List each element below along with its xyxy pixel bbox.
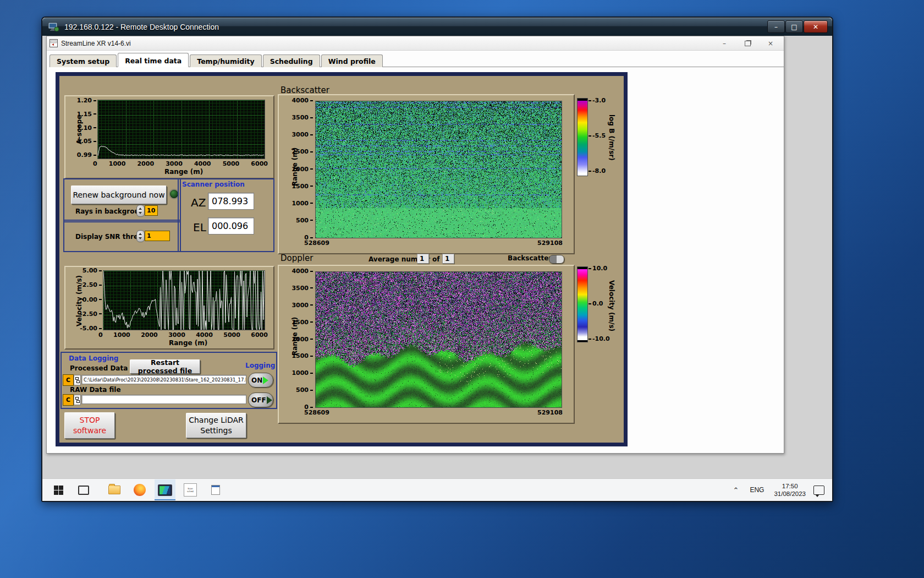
az-label: AZ bbox=[191, 196, 206, 209]
remote-desktop: StreamLine XR v14-6.vi – × System setupR… bbox=[42, 36, 832, 501]
tab[interactable]: Temp/humidity bbox=[190, 54, 261, 67]
doppler-y-tick: 2000 bbox=[292, 336, 313, 343]
processed-path-field[interactable]: C:\Lidar\Data\Proc\2023\202308\20230831\… bbox=[81, 375, 246, 384]
velocity-x-tick: 4000 bbox=[196, 331, 213, 339]
renew-background-button[interactable]: Renew background now bbox=[71, 186, 167, 204]
tab[interactable]: Scheduling bbox=[263, 54, 320, 67]
rdp-window-title: 192.168.0.122 - Remote Desktop Connectio… bbox=[64, 23, 219, 31]
task-view-button[interactable] bbox=[73, 479, 94, 500]
backscatter-x-right: 529108 bbox=[537, 239, 563, 247]
backscatter-y-tick: 3500 bbox=[292, 114, 313, 121]
tab[interactable]: Wind profile bbox=[321, 54, 383, 67]
backscatter-doppler-toggle[interactable] bbox=[549, 255, 564, 264]
el-value: 000.096 bbox=[208, 217, 254, 235]
data-logging-title: Data Logging bbox=[69, 355, 118, 362]
velocity-x-tick: 1000 bbox=[113, 331, 130, 339]
ascope-y-tick: 1.10 bbox=[77, 124, 96, 132]
doppler-y-tick: 1000 bbox=[292, 369, 313, 377]
backscatter-y-tick: 3000 bbox=[292, 131, 313, 138]
rdp-computer-icon bbox=[48, 21, 60, 32]
app-titlebar[interactable]: StreamLine XR v14-6.vi – × bbox=[47, 36, 784, 51]
ascope-y-tick: 1.20 bbox=[77, 97, 96, 104]
doppler-y-tick: 4000 bbox=[292, 268, 313, 275]
raw-drive-box[interactable]: C bbox=[63, 394, 74, 406]
processed-path-icon bbox=[74, 375, 81, 385]
stop-software-button[interactable]: STOP software bbox=[64, 412, 115, 439]
doppler-cbar-min: -10.0 bbox=[588, 335, 610, 342]
scanner-position-title: Scanner position bbox=[182, 181, 245, 188]
rays-value-field[interactable]: 10 bbox=[145, 205, 158, 216]
backscatter-graph-panel: Range (m) 400035003000250020001500100050… bbox=[278, 94, 575, 254]
rdp-minimize-button[interactable]: – bbox=[767, 20, 785, 33]
tab[interactable]: Real time data bbox=[118, 53, 189, 67]
ascope-x-tick: 4000 bbox=[194, 160, 211, 167]
rdp-titlebar[interactable]: 192.168.0.122 - Remote Desktop Connectio… bbox=[42, 18, 832, 36]
backscatter-plot-area bbox=[315, 101, 562, 238]
ascope-x-tick: 6000 bbox=[251, 160, 268, 167]
start-button[interactable] bbox=[48, 479, 69, 500]
app-icon bbox=[50, 39, 58, 47]
doppler-cbar-label: Velocity (m/s) bbox=[608, 268, 615, 345]
language-indicator[interactable]: ENG bbox=[744, 486, 769, 494]
processed-drive-box[interactable]: C bbox=[63, 374, 74, 386]
velocity-graph-panel: Velocity (m/s) 5.002.500.00-2.50-5.00 01… bbox=[64, 266, 274, 350]
remote-display-app-button[interactable] bbox=[155, 479, 175, 500]
app-window: StreamLine XR v14-6.vi – × System setupR… bbox=[46, 36, 784, 454]
average-number-field[interactable]: 1 bbox=[417, 254, 429, 264]
doppler-x-left: 528609 bbox=[304, 409, 329, 416]
raw-logging-toggle[interactable]: OFF bbox=[248, 392, 273, 407]
doppler-colorbar bbox=[577, 266, 588, 342]
tab[interactable]: System setup bbox=[50, 54, 117, 67]
el-label: EL bbox=[193, 221, 206, 234]
file-explorer-button[interactable] bbox=[104, 479, 125, 500]
raw-path-field[interactable] bbox=[81, 395, 246, 404]
ascope-x-tick: 1000 bbox=[109, 160, 126, 167]
doppler-cbar-mid: 0.0 bbox=[588, 300, 603, 307]
backscatter-cbar-max: -3.0 bbox=[588, 97, 606, 104]
backscatter-cbar-label: log B (/m/sr) bbox=[608, 99, 615, 176]
backscatter-y-tick: 4000 bbox=[292, 97, 313, 104]
task-view-icon bbox=[78, 486, 89, 495]
average-count-field: 1 bbox=[442, 254, 454, 264]
raw-data-file-label: RAW Data file bbox=[70, 386, 121, 394]
scan-scheduler-icon: Scan sched bbox=[184, 483, 197, 497]
app-restore-button[interactable] bbox=[740, 39, 755, 48]
firefox-icon bbox=[134, 484, 146, 496]
velocity-x-tick: 0 bbox=[98, 331, 103, 339]
tab-bar: System setupReal time dataTemp/humidityS… bbox=[50, 53, 784, 67]
document-app-button[interactable] bbox=[205, 479, 226, 500]
backscatter-cbar-min: -8.0 bbox=[588, 167, 606, 175]
app-minimize-button[interactable]: – bbox=[717, 39, 732, 48]
doppler-x-right: 529108 bbox=[537, 409, 563, 416]
firefox-button[interactable] bbox=[129, 479, 150, 500]
backscatter-y-tick: 1500 bbox=[292, 183, 313, 190]
rdp-maximize-button[interactable]: □ bbox=[785, 20, 803, 33]
backscatter-y-tick: 500 bbox=[296, 217, 313, 224]
rays-spinner[interactable] bbox=[136, 205, 145, 217]
backscatter-cbar-mid: -5.5 bbox=[588, 132, 606, 139]
scan-scheduler-app-button[interactable]: Scan sched bbox=[180, 479, 201, 500]
velocity-x-tick: 3000 bbox=[168, 331, 185, 339]
ascope-x-tick: 2000 bbox=[137, 160, 154, 167]
velocity-plot-area bbox=[103, 270, 265, 330]
change-lidar-settings-button[interactable]: Change LiDAR Settings bbox=[186, 413, 246, 438]
ascope-graph-panel: A-scope 1.201.151.101.050.99 01000200030… bbox=[64, 95, 274, 179]
logging-label: Logging bbox=[245, 362, 275, 369]
app-close-button[interactable]: × bbox=[763, 39, 778, 48]
snr-spinner[interactable] bbox=[136, 230, 145, 242]
clock-date: 31/08/2023 bbox=[774, 490, 806, 498]
restart-processed-file-button[interactable]: Restart processed file bbox=[130, 359, 200, 374]
ascope-x-tick: 0 bbox=[93, 160, 97, 167]
clock[interactable]: 17:50 31/08/2023 bbox=[769, 482, 810, 498]
notification-center-icon[interactable] bbox=[813, 486, 824, 495]
rdp-close-button[interactable]: ✕ bbox=[804, 20, 828, 33]
snr-value-field[interactable]: 1 bbox=[145, 231, 170, 241]
monitor-icon bbox=[158, 484, 172, 496]
rdp-window: 192.168.0.122 - Remote Desktop Connectio… bbox=[41, 17, 833, 502]
doppler-y-tick: 3500 bbox=[292, 285, 313, 292]
hidden-icons-chevron[interactable]: ⌃ bbox=[728, 486, 745, 494]
velocity-x-tick: 5000 bbox=[223, 331, 240, 339]
labview-front-panel: A-scope 1.201.151.101.050.99 01000200030… bbox=[56, 72, 628, 446]
processed-logging-toggle[interactable]: ON bbox=[248, 373, 273, 388]
of-label: of bbox=[432, 255, 439, 263]
